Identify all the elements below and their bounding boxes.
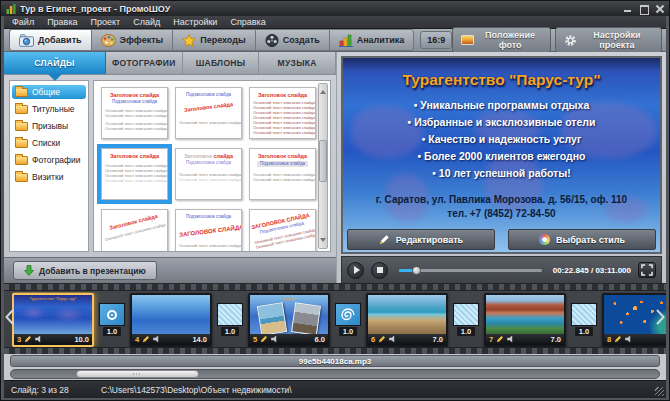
timeline-transition[interactable]: 1.0	[217, 303, 243, 336]
photo-icon	[461, 35, 474, 45]
toolbar-right-group: Положение фото Настройки проекта	[452, 29, 662, 51]
speaker-icon[interactable]	[35, 336, 42, 343]
photo-position-button[interactable]: Положение фото	[452, 27, 550, 53]
template-gallery: Заголовок слайда Подзаголовок слайда Осн…	[93, 80, 331, 252]
scrollbar-thumb[interactable]	[319, 140, 327, 182]
template-card[interactable]: Заголовок слайда Основной текст описания…	[249, 87, 316, 139]
edit-slide-button[interactable]: Редактировать	[347, 229, 495, 250]
photo-position-label: Положение фото	[478, 30, 541, 50]
timeline-slide-6[interactable]: 6 7.0	[366, 293, 448, 347]
speaker-icon[interactable]	[625, 336, 632, 343]
preview-overlay-buttons: Редактировать Выбрать стиль	[343, 229, 660, 250]
tab-templates[interactable]: ШАБЛОНЫ	[183, 52, 260, 74]
resize-grip[interactable]	[655, 387, 664, 396]
playback-slider[interactable]	[399, 269, 542, 272]
timeline-transition[interactable]: 1.0	[453, 303, 479, 336]
template-grid: Заголовок слайда Подзаголовок слайда Осн…	[101, 87, 316, 252]
menu-item-file[interactable]: Файл	[12, 17, 34, 27]
timeline-slide-4[interactable]: 4 14.0	[130, 293, 212, 347]
slide-number: 4	[135, 335, 139, 344]
toolbar-transitions-button[interactable]: Переходы	[172, 29, 254, 51]
category-label: Титульные	[32, 104, 75, 114]
slide-info-strip: 4 14.0	[132, 334, 210, 345]
sidebar-item-business-cards[interactable]: Визитки	[12, 170, 86, 184]
speaker-icon[interactable]	[507, 336, 514, 343]
edit-pencil-icon[interactable]	[260, 335, 268, 343]
toolbar-analytics-button[interactable]: Аналитика	[329, 29, 415, 51]
slide-preview[interactable]: Турагентство "Парус-тур" • Уникальные пр…	[341, 56, 662, 254]
playback-slider-thumb[interactable]	[412, 266, 421, 275]
scrollbar-thumb[interactable]	[76, 370, 199, 378]
template-card[interactable]: Заголовок слайда Основной текст описания…	[101, 209, 168, 252]
tab-photos[interactable]: ФОТОГРАФИИ	[106, 52, 183, 74]
minimize-icon[interactable]	[624, 5, 632, 13]
template-card[interactable]: ЗАГОЛОВОК СЛАЙДА Подзаголовок слайда Осн…	[249, 209, 316, 252]
choose-style-button[interactable]: Выбрать стиль	[508, 229, 656, 250]
template-card[interactable]: Заголовок слайда Подзаголовок слайда Осн…	[101, 87, 168, 139]
edit-pencil-icon[interactable]	[496, 335, 504, 343]
edit-pencil-icon[interactable]	[614, 335, 622, 343]
close-icon[interactable]	[656, 5, 664, 13]
timeline-scrollbar[interactable]	[10, 369, 660, 379]
sidebar-item-titles[interactable]: Титульные	[12, 102, 86, 116]
speaker-icon[interactable]	[389, 336, 396, 343]
menu-item-edit[interactable]: Правка	[47, 17, 77, 27]
template-card[interactable]: Заголовок слайда Подзаголовок слайда Осн…	[175, 148, 242, 200]
star-icon	[182, 34, 196, 47]
template-scrollbar[interactable]	[318, 83, 328, 249]
speaker-icon[interactable]	[271, 336, 278, 343]
edit-pencil-icon[interactable]	[378, 335, 386, 343]
timeline-slide-5[interactable]: Курорт 5 6.0	[248, 293, 330, 347]
choose-style-label: Выбрать стиль	[556, 235, 625, 245]
tab-slides[interactable]: СЛАЙДЫ	[4, 52, 106, 74]
menu-item-help[interactable]: Справка	[230, 17, 265, 27]
edit-pencil-icon[interactable]	[142, 335, 150, 343]
timeline-scroll-right-icon[interactable]	[656, 309, 665, 329]
template-card-selected[interactable]: Заголовок слайда Основной текст описания…	[101, 148, 168, 200]
sidebar-item-lists[interactable]: Списки	[12, 136, 86, 150]
transition-duration: 1.0	[103, 327, 121, 336]
chart-icon	[339, 34, 353, 47]
slide-bullet: • Избранные и эксклюзивные отели	[343, 114, 660, 131]
app-window: Тур в Египет_проект - ПромоШОУ Файл Прав…	[0, 0, 670, 401]
toolbar-create-label: Создать	[283, 35, 320, 45]
menu-item-settings[interactable]: Настройки	[173, 17, 217, 27]
speaker-icon[interactable]	[153, 336, 160, 343]
add-to-presentation-button[interactable]: Добавить в презентацию	[13, 261, 157, 280]
tab-music[interactable]: МУЗЫКА	[259, 52, 336, 74]
edit-pencil-icon[interactable]	[24, 335, 32, 343]
play-button[interactable]	[347, 262, 364, 279]
toolbar-effects-button[interactable]: Эффекты	[91, 29, 173, 51]
slide-number: 7	[489, 335, 493, 344]
preview-panel: Турагентство "Парус-тур" • Уникальные пр…	[336, 52, 666, 283]
toolbar-create-button[interactable]: Создать	[255, 29, 329, 51]
stop-button[interactable]	[371, 262, 388, 279]
menu-item-slide[interactable]: Слайд	[133, 17, 160, 27]
audio-track[interactable]: 99e5b44018ca.mp3	[10, 355, 660, 367]
category-label: Общие	[32, 87, 60, 97]
template-card[interactable]: Заголовок слайда Подзаголовок слайда Осн…	[249, 148, 316, 200]
content-area: СЛАЙДЫ ФОТОГРАФИИ ШАБЛОНЫ МУЗЫКА Общие Т…	[4, 52, 666, 283]
sidebar-item-general[interactable]: Общие	[12, 85, 86, 99]
aspect-ratio-button[interactable]: 16:9	[420, 31, 452, 49]
sidebar-item-calls[interactable]: Призывы	[12, 119, 86, 133]
template-card[interactable]: Подзаголовок слайда Заголовок слайда Осн…	[175, 87, 242, 139]
fullscreen-button[interactable]	[638, 262, 656, 278]
template-card[interactable]: Подзаголовок слайда ЗАГОЛОВОК СЛАЙДА Осн…	[175, 209, 242, 252]
scroll-up-icon[interactable]	[320, 87, 326, 94]
scroll-down-icon[interactable]	[320, 238, 326, 245]
timeline-slide-7[interactable]: 7 7.0	[484, 293, 566, 347]
menu-item-project[interactable]: Проект	[91, 17, 121, 27]
timeline-transition[interactable]: 1.0	[571, 303, 597, 336]
toolbar-add-button[interactable]: Добавить	[9, 29, 91, 51]
timeline-transition[interactable]: 1.0	[335, 303, 361, 336]
sidebar-item-photos[interactable]: Фотографии	[12, 153, 86, 167]
timeline-transition[interactable]: 1.0	[99, 303, 125, 336]
transition-hatch-icon	[453, 303, 479, 326]
timeline-slide-3[interactable]: Турагентство "Парус-тур" 3 10.0	[12, 293, 94, 347]
library-panel: СЛАЙДЫ ФОТОГРАФИИ ШАБЛОНЫ МУЗЫКА Общие Т…	[4, 52, 336, 283]
timeline-scroll-left-icon[interactable]	[5, 309, 14, 329]
project-settings-button[interactable]: Настройки проекта	[555, 27, 662, 53]
maximize-icon[interactable]	[640, 5, 648, 13]
slide-number: 8	[607, 335, 611, 344]
